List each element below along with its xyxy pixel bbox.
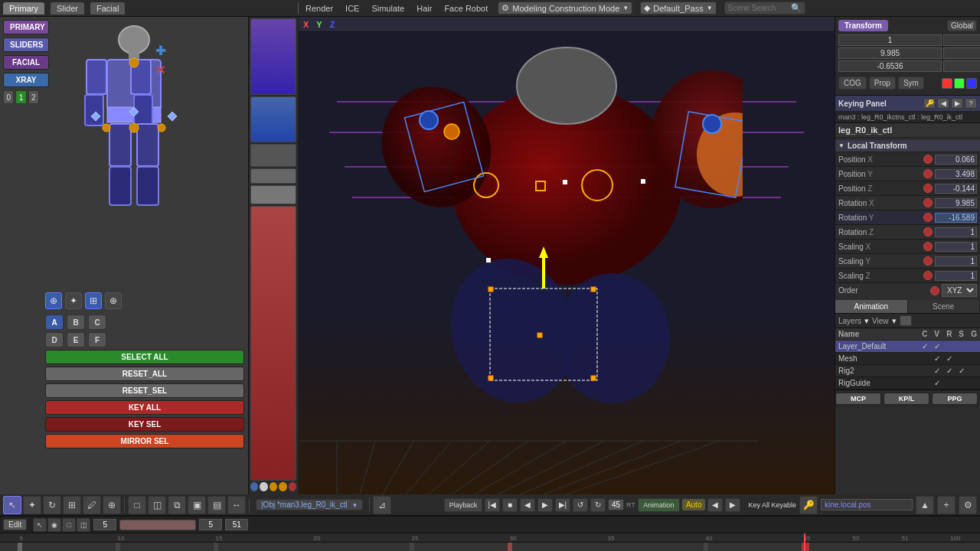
layer-c-default[interactable]: ✓ xyxy=(919,341,931,353)
search-icon[interactable]: 🔍 xyxy=(791,3,802,13)
swatch-red[interactable] xyxy=(942,78,952,89)
letter-btn-f[interactable]: F xyxy=(88,332,106,347)
icon-rotation-x[interactable] xyxy=(923,198,933,207)
num-btn-0[interactable]: 0 xyxy=(3,90,14,104)
kine-up-btn[interactable]: ▲ xyxy=(916,496,934,514)
layer-g-default[interactable] xyxy=(968,341,980,353)
mode-selector[interactable]: ⚙ Modeling Construction Mode ▼ xyxy=(498,2,632,15)
tool-7[interactable]: □ xyxy=(128,496,146,514)
play-btn-prev[interactable]: ◀ xyxy=(520,498,535,512)
input-y-2[interactable] xyxy=(943,47,980,59)
value-position-z[interactable] xyxy=(935,184,977,194)
axis-x[interactable]: X xyxy=(303,20,309,29)
tool-rotate[interactable]: ↻ xyxy=(43,496,61,514)
tl-tool-4[interactable]: ◫ xyxy=(77,518,90,532)
object-selector[interactable]: |Obj *man3.leg_R0_ik_ctl ▼ xyxy=(256,499,363,510)
btn-reset-sel[interactable]: RESET_SEL xyxy=(45,383,244,398)
kine-settings-btn[interactable]: ⚙ xyxy=(959,496,977,514)
layer-row-default[interactable]: Layer_Default ✓ ✓ xyxy=(835,341,980,353)
btn-key-all[interactable]: KEY ALL xyxy=(45,400,244,415)
icon-rotation-z[interactable] xyxy=(923,227,933,236)
slider-red[interactable] xyxy=(250,206,296,481)
btn-key-sel[interactable]: KEY SEL xyxy=(45,417,244,432)
keying-icon-4[interactable]: ? xyxy=(965,98,977,109)
tool-12[interactable]: ↔ xyxy=(227,496,246,514)
layer-c-rigguide[interactable] xyxy=(919,377,931,390)
num-btn-2[interactable]: 2 xyxy=(28,90,39,104)
icon-position-z[interactable] xyxy=(923,184,933,193)
menu-render[interactable]: Render xyxy=(303,4,335,13)
layer-s-rigguide[interactable] xyxy=(956,377,968,390)
layer-g-rig2[interactable] xyxy=(968,365,980,377)
play-btn-prev-auto[interactable]: ◀ xyxy=(707,498,723,512)
layers-icon[interactable] xyxy=(900,315,912,326)
keying-icon-2[interactable]: ◀ xyxy=(937,98,949,109)
tl-tool-2[interactable]: ◉ xyxy=(47,518,61,532)
slider-gray-3[interactable] xyxy=(250,185,296,204)
icon-scaling-z[interactable] xyxy=(923,271,933,280)
input-x-3[interactable] xyxy=(838,60,942,72)
layer-v-default[interactable]: ✓ xyxy=(931,341,943,353)
layer-v-rig2[interactable]: ✓ xyxy=(931,365,943,377)
tab-sym[interactable]: Sym xyxy=(898,77,924,90)
menu-ice[interactable]: ICE xyxy=(343,4,361,13)
tool-6[interactable]: ⊕ xyxy=(103,496,121,514)
btn-animation[interactable]: Animation xyxy=(638,498,680,512)
layer-c-mesh[interactable] xyxy=(919,353,931,365)
btn-ppg[interactable]: PPG xyxy=(932,393,978,405)
layers-btn[interactable]: Layers xyxy=(838,317,861,325)
layer-r-rig2[interactable]: ✓ xyxy=(943,365,956,377)
letter-btn-d[interactable]: D xyxy=(45,332,64,347)
value-scaling-z[interactable] xyxy=(935,271,977,281)
tab-facial[interactable]: Facial xyxy=(90,2,125,15)
layer-row-rigguide[interactable]: RigGuide ✓ xyxy=(835,377,980,390)
section-header-local-transform[interactable]: ▼ Local Transform xyxy=(835,140,980,152)
layer-v-mesh[interactable]: ✓ xyxy=(931,353,943,365)
layer-s-default[interactable] xyxy=(956,341,968,353)
letter-btn-a[interactable]: A xyxy=(45,315,64,330)
icon-scaling-y[interactable] xyxy=(923,256,933,266)
transform-icon-2[interactable]: ✦ xyxy=(65,292,82,309)
axis-y[interactable]: Y xyxy=(316,20,322,29)
layer-r-rigguide[interactable] xyxy=(943,377,956,390)
slider-purple[interactable] xyxy=(250,18,296,95)
keying-icon-3[interactable]: ▶ xyxy=(951,98,963,109)
tab-primary[interactable]: Primary xyxy=(3,2,44,15)
play-btn-play[interactable]: ▶ xyxy=(537,498,553,512)
order-select[interactable]: XYZ XZY YXZ YZX ZXY ZYX xyxy=(942,284,977,297)
layer-s-rig2[interactable]: ✓ xyxy=(956,365,968,377)
layer-row-mesh[interactable]: Mesh ✓ ✓ xyxy=(835,353,980,365)
num-btn-1[interactable]: 1 xyxy=(15,90,26,104)
input-y-3[interactable] xyxy=(943,60,980,72)
icon-position-y[interactable] xyxy=(923,169,933,178)
layer-r-default[interactable] xyxy=(943,341,956,353)
btn-select-all[interactable]: SELECT ALL xyxy=(45,350,244,364)
keying-icon-1[interactable]: 🔑 xyxy=(923,98,936,109)
tool-8[interactable]: ◫ xyxy=(148,496,166,514)
tab-cog[interactable]: COG xyxy=(838,77,867,90)
kine-add-btn[interactable]: + xyxy=(937,496,956,514)
layer-g-mesh[interactable] xyxy=(968,353,980,365)
btn-kpl[interactable]: KP/L xyxy=(884,393,929,405)
icon-order[interactable] xyxy=(930,286,939,295)
value-rotation-x[interactable] xyxy=(935,198,977,208)
view-btn[interactable]: View xyxy=(872,317,889,325)
play-btn-next-auto[interactable]: ▶ xyxy=(725,498,740,512)
pass-selector[interactable]: ◆ Default_Pass ▼ xyxy=(640,2,716,15)
swatch-blue[interactable] xyxy=(966,78,977,89)
icon-scaling-x[interactable] xyxy=(923,242,933,251)
input-x-2[interactable] xyxy=(838,47,942,59)
tab-animation[interactable]: Animation xyxy=(835,300,908,313)
value-scaling-y[interactable] xyxy=(935,256,977,266)
letter-btn-e[interactable]: E xyxy=(67,332,85,347)
menu-simulate[interactable]: Simulate xyxy=(369,4,407,13)
icon-rotation-y[interactable] xyxy=(923,213,933,222)
tab-prop[interactable]: Prop xyxy=(869,77,896,90)
value-rotation-z[interactable] xyxy=(935,227,977,237)
slider-gray-2[interactable] xyxy=(250,168,296,184)
auto-btn[interactable]: Auto xyxy=(682,499,706,510)
tool-9[interactable]: ⧉ xyxy=(168,496,186,514)
play-btn-next[interactable]: ▶| xyxy=(555,498,570,512)
letter-btn-c[interactable]: C xyxy=(88,315,106,330)
btn-mcp[interactable]: MCP xyxy=(835,393,881,405)
